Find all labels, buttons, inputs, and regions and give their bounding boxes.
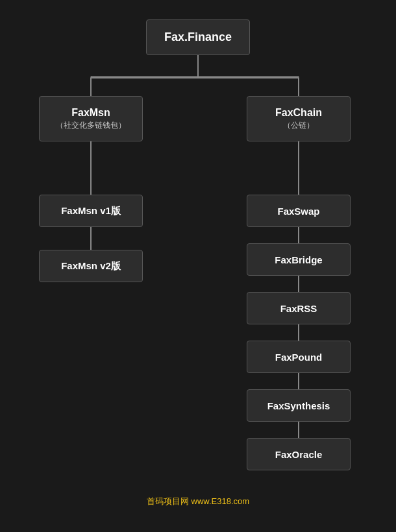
watermark: 首码项目网 www.E318.com (0, 496, 396, 507)
faxmsn-title: FaxMsn (71, 107, 110, 119)
faxchain-node: FaxChain （公链） (247, 96, 351, 141)
faxchain-subtitle: （公链） (283, 120, 314, 131)
faxchain-title: FaxChain (275, 107, 322, 119)
faxrss-node: FaxRSS (247, 292, 351, 324)
faxmsn-v1-label: FaxMsn v1版 (61, 205, 121, 217)
watermark-text: 首码项目网 www.E318.com (147, 496, 249, 506)
faxsynthesis-label: FaxSynthesis (267, 400, 330, 411)
faxpound-node: FaxPound (247, 341, 351, 373)
faxmsn-subtitle: （社交化多链钱包） (56, 120, 126, 131)
root-label: Fax.Finance (164, 30, 232, 44)
faxmsn-v2-node: FaxMsn v2版 (39, 250, 143, 282)
faxbridge-label: FaxBridge (275, 254, 322, 265)
faxpound-label: FaxPound (275, 352, 323, 363)
faxsynthesis-node: FaxSynthesis (247, 389, 351, 422)
faxmsn-v2-label: FaxMsn v2版 (61, 260, 121, 272)
faxswap-node: FaxSwap (247, 195, 351, 227)
faxmsn-node: FaxMsn （社交化多链钱包） (39, 96, 143, 141)
faxswap-label: FaxSwap (277, 206, 319, 217)
faxbridge-node: FaxBridge (247, 243, 351, 276)
faxrss-label: FaxRSS (280, 303, 317, 314)
faxmsn-v1-node: FaxMsn v1版 (39, 195, 143, 227)
root-node: Fax.Finance (146, 19, 250, 55)
diagram: Fax.Finance FaxMsn （社交化多链钱包） FaxChain （公… (0, 0, 396, 513)
faxoracle-label: FaxOracle (275, 449, 323, 460)
faxoracle-node: FaxOracle (247, 438, 351, 470)
